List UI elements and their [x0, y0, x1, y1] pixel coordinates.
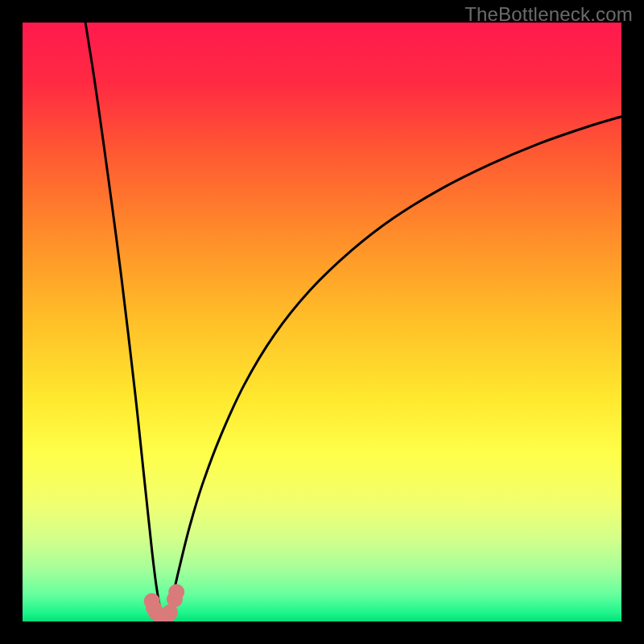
- marker-dot: [168, 584, 184, 601]
- chart-svg: [23, 23, 621, 621]
- outer-frame: TheBottleneck.com: [0, 0, 644, 644]
- plot-area: [23, 23, 621, 621]
- gradient-background: [23, 23, 621, 621]
- watermark-text: TheBottleneck.com: [464, 3, 633, 26]
